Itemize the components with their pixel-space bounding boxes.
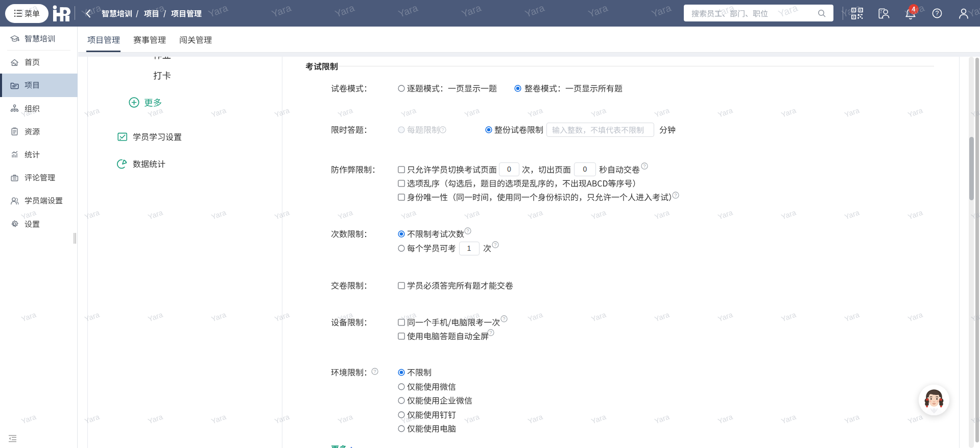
- svg-text:?: ?: [936, 10, 939, 17]
- svg-text:?: ?: [441, 127, 444, 132]
- svg-text:?: ?: [674, 192, 677, 198]
- svg-text:?: ?: [373, 368, 376, 374]
- svg-text:?: ?: [466, 228, 469, 233]
- svg-text:?: ?: [489, 329, 492, 335]
- svg-text:?: ?: [643, 163, 646, 169]
- svg-text:?: ?: [494, 242, 496, 248]
- svg-text:?: ?: [503, 316, 505, 321]
